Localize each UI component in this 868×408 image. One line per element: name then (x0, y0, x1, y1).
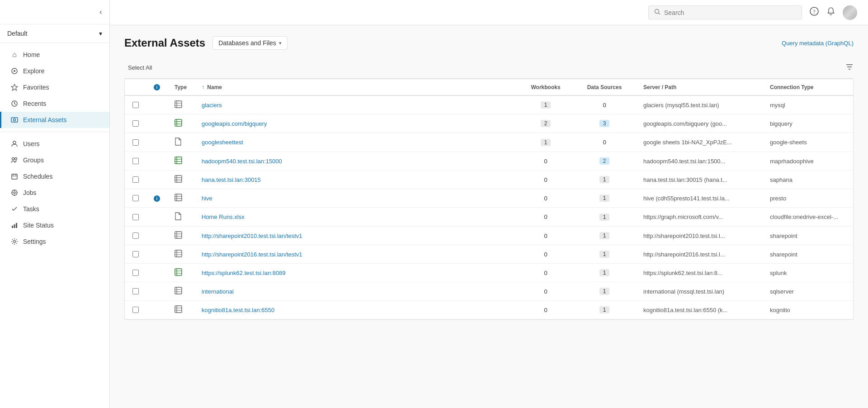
row-info-cell (146, 227, 167, 245)
sidebar-item-recents-label: Recents (23, 100, 46, 107)
workbooks-value: 0 (544, 307, 547, 313)
row-workbooks-cell: 1 (519, 133, 573, 152)
row-workbooks-cell: 0 (519, 282, 573, 301)
select-all-button[interactable]: Select All (124, 62, 156, 73)
row-checkbox-cell (125, 95, 146, 114)
site-status-icon (10, 221, 19, 229)
avatar[interactable] (843, 5, 857, 20)
info-header-dot[interactable]: i (154, 84, 160, 90)
row-info-cell (146, 133, 167, 152)
sidebar-item-explore[interactable]: Explore (0, 63, 109, 79)
row-info-cell (146, 95, 167, 114)
asset-name-link[interactable]: hana.test.tsi.lan:30015 (202, 176, 261, 183)
databases-files-dropdown[interactable]: Databases and Files ▾ (212, 36, 288, 50)
file-icon (175, 214, 182, 222)
row-checkbox[interactable] (132, 176, 139, 183)
row-name-cell: kognitio81a.test.tsi.lan:6550 (194, 301, 519, 319)
nav-divider (0, 132, 109, 132)
row-type-cell (167, 245, 194, 264)
col-header-datasources[interactable]: Data Sources (573, 79, 636, 95)
row-name-cell: googleapis.com/bigquery (194, 114, 519, 133)
row-checkbox[interactable] (132, 158, 139, 164)
help-icon[interactable]: ? (809, 6, 819, 19)
sidebar-item-jobs-label: Jobs (23, 189, 37, 196)
row-server-cell: hadoopm540.test.tsi.lan:1500... (636, 152, 763, 171)
sidebar-item-external-assets[interactable]: External Assets (0, 112, 109, 128)
sidebar-item-groups[interactable]: Groups (0, 152, 109, 168)
row-name-cell: Home Runs.xlsx (194, 208, 519, 227)
workbooks-badge: 2 (541, 120, 551, 127)
row-conntype-cell: mysql (763, 95, 853, 114)
row-checkbox[interactable] (132, 214, 139, 220)
asset-name-link[interactable]: https://splunk62.test.tsi.lan:8089 (202, 270, 286, 276)
asset-name-link[interactable]: international (202, 288, 234, 295)
sidebar-item-recents[interactable]: Recents (0, 95, 109, 112)
row-checkbox[interactable] (132, 195, 139, 201)
asset-name-link[interactable]: hadoopm540.test.tsi.lan:15000 (202, 158, 282, 165)
datasources-badge: 1 (599, 213, 609, 221)
col-header-name[interactable]: ↑ Name (194, 79, 519, 95)
database-icon (175, 232, 182, 240)
search-input[interactable] (664, 9, 796, 16)
asset-name-link[interactable]: googleapis.com/bigquery (202, 120, 267, 127)
sidebar-item-favorites[interactable]: Favorites (0, 79, 109, 95)
workbooks-value: 0 (544, 176, 547, 183)
svg-rect-34 (175, 119, 182, 126)
page-content: External Assets Databases and Files ▾ Qu… (110, 25, 868, 408)
row-name-cell: hadoopm540.test.tsi.lan:15000 (194, 152, 519, 171)
workspace-selector[interactable]: Default ▾ (0, 24, 109, 43)
row-checkbox[interactable] (132, 288, 139, 294)
search-icon (654, 9, 660, 16)
svg-rect-30 (175, 101, 182, 108)
row-conntype-cell: maprhadoophive (763, 152, 853, 171)
sidebar-item-settings[interactable]: Settings (0, 233, 109, 250)
database-icon (175, 288, 182, 296)
sidebar-collapse-button[interactable]: ‹ (99, 7, 102, 17)
row-server-cell: glaciers (mysql55.test.tsi.lan) (636, 95, 763, 114)
workbooks-badge: 1 (541, 101, 551, 109)
row-checkbox[interactable] (132, 307, 139, 313)
col-header-conntype[interactable]: Connection Type (763, 79, 853, 95)
sidebar-item-site-status[interactable]: Site Status (0, 217, 109, 233)
filter-button[interactable] (845, 63, 854, 73)
datasources-badge: 1 (599, 306, 609, 313)
asset-name-link[interactable]: hive (202, 195, 212, 202)
search-box[interactable] (648, 5, 802, 19)
row-checkbox[interactable] (132, 120, 139, 127)
info-dot[interactable]: i (154, 195, 160, 202)
sidebar-item-jobs[interactable]: Jobs (0, 185, 109, 201)
row-info-cell (146, 264, 167, 282)
sidebar-item-users-label: Users (23, 140, 40, 147)
row-server-cell: google sheets 1bi-NA2_XpPJzE... (636, 133, 763, 152)
row-checkbox[interactable] (132, 139, 139, 146)
graphql-link[interactable]: Query metadata (GraphQL) (782, 40, 854, 47)
row-workbooks-cell: 1 (519, 95, 573, 114)
col-header-workbooks[interactable]: Workbooks (519, 79, 573, 95)
sidebar-item-home[interactable]: ⌂ Home (0, 47, 109, 63)
col-header-type[interactable]: Type (167, 79, 194, 95)
recents-icon (10, 100, 19, 108)
sidebar-item-tasks[interactable]: Tasks (0, 201, 109, 217)
asset-name-link[interactable]: kognitio81a.test.tsi.lan:6550 (202, 307, 274, 313)
row-checkbox-cell (125, 208, 146, 227)
row-server-cell: https://splunk62.test.tsi.lan:8... (636, 264, 763, 282)
svg-point-8 (15, 158, 17, 160)
asset-name-link[interactable]: glaciers (202, 102, 222, 109)
notification-icon[interactable] (826, 7, 835, 18)
col-header-server[interactable]: Server / Path (636, 79, 763, 95)
row-conntype-cell: cloudfile:onedrive-excel-... (763, 208, 853, 227)
row-checkbox[interactable] (132, 102, 139, 108)
row-datasources-cell: 1 (573, 189, 636, 208)
row-checkbox[interactable] (132, 270, 139, 276)
row-checkbox[interactable] (132, 232, 139, 239)
sidebar-item-schedules[interactable]: Schedules (0, 168, 109, 185)
svg-marker-2 (11, 84, 18, 90)
row-conntype-cell: kognitio (763, 301, 853, 319)
asset-name-link[interactable]: Home Runs.xlsx (202, 213, 245, 220)
asset-name-link[interactable]: googlesheettest (202, 139, 243, 146)
sidebar-item-users[interactable]: Users (0, 136, 109, 152)
table-row: googlesheettest10google sheets 1bi-NA2_X… (125, 133, 853, 152)
row-checkbox[interactable] (132, 251, 139, 257)
asset-name-link[interactable]: http://sharepoint2010.test.tsi.lan/testv… (202, 232, 302, 239)
asset-name-link[interactable]: http://sharepoint2016.test.tsi.lan/testv… (202, 251, 302, 258)
